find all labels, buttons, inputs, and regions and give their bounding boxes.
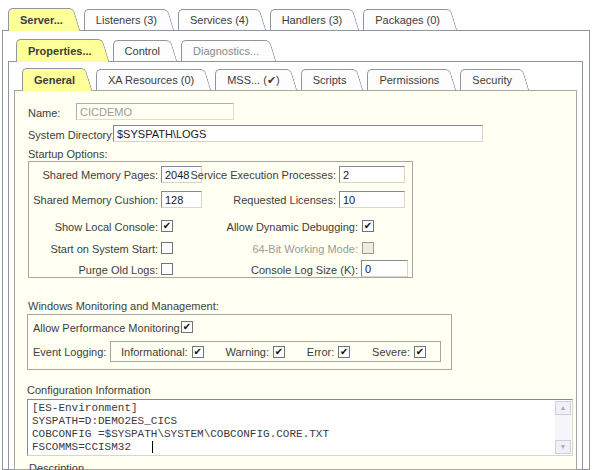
requested-licenses-field[interactable] bbox=[339, 191, 405, 208]
purge-old-logs-checkbox[interactable] bbox=[161, 263, 173, 275]
tab-properties[interactable]: Properties... bbox=[16, 39, 98, 62]
tab-server[interactable]: Server... bbox=[8, 8, 69, 31]
tab-label: Security bbox=[472, 74, 512, 86]
requested-licenses-label: Requested Licenses: bbox=[186, 194, 336, 206]
server-properties-window: { "glyphs": { "check": "✔", "scroll_up_i… bbox=[0, 0, 600, 470]
description-label: Description bbox=[29, 462, 84, 470]
tab-listeners[interactable]: Listeners (3) bbox=[84, 9, 163, 30]
tab-mss[interactable]: MSS... (✔) bbox=[215, 69, 286, 90]
tab-security[interactable]: Security bbox=[460, 69, 518, 90]
general-tab-bar: General XA Resources (0) MSS... (✔) Scri… bbox=[22, 67, 533, 90]
event-logging-option: Severe: ✔ bbox=[372, 346, 426, 358]
tab-services[interactable]: Services (4) bbox=[178, 9, 255, 30]
top-tab-bar: Server... Listeners (3) Services (4) Han… bbox=[8, 7, 461, 30]
tab-label: Services (4) bbox=[190, 14, 249, 26]
tab-label: Permissions bbox=[379, 74, 439, 86]
tab-label: Control bbox=[125, 45, 160, 57]
scroll-up-icon[interactable]: ▲ bbox=[555, 401, 571, 415]
shared-memory-cushion-label: Shared Memory Cushion: bbox=[30, 194, 158, 206]
warning-checkbox[interactable]: ✔ bbox=[273, 346, 285, 358]
tab-label: Diagnostics... bbox=[193, 45, 259, 57]
allow-dynamic-debugging-checkbox[interactable]: ✔ bbox=[362, 220, 374, 232]
configuration-title: Configuration Information bbox=[27, 384, 151, 396]
event-logging-box: Informational: ✔ Warning: ✔ Error: ✔ Sev… bbox=[110, 341, 441, 362]
tab-general[interactable]: General bbox=[22, 68, 81, 91]
console-log-size-label: Console Log Size (K): bbox=[186, 264, 358, 276]
tab-label: Scripts bbox=[313, 74, 347, 86]
severe-label: Severe: bbox=[372, 346, 410, 358]
configuration-textarea[interactable]: [ES-Environment] SYSPATH=D:DEMO2ES_CICS … bbox=[27, 399, 573, 456]
text-caret bbox=[152, 441, 153, 453]
purge-old-logs-label: Purge Old Logs: bbox=[30, 264, 158, 276]
event-logging-option: Warning: ✔ bbox=[225, 346, 285, 358]
severe-checkbox[interactable]: ✔ bbox=[414, 346, 426, 358]
informational-checkbox[interactable]: ✔ bbox=[192, 346, 204, 358]
event-logging-option: Informational: ✔ bbox=[121, 346, 204, 358]
tab-label: Handlers (3) bbox=[282, 14, 343, 26]
tab-permissions[interactable]: Permissions bbox=[367, 69, 445, 90]
vertical-scrollbar[interactable]: ▲ ▼ bbox=[555, 401, 571, 454]
tab-label: MSS... (✔) bbox=[227, 74, 280, 86]
event-logging-option: Error: ✔ bbox=[307, 346, 351, 358]
start-on-system-start-checkbox[interactable] bbox=[161, 242, 173, 254]
shared-memory-pages-label: Shared Memory Pages: bbox=[30, 169, 158, 181]
name-field[interactable] bbox=[76, 103, 234, 120]
tab-label: Listeners (3) bbox=[96, 14, 157, 26]
show-local-console-label: Show Local Console: bbox=[30, 221, 158, 233]
monitoring-title: Windows Monitoring and Management: bbox=[28, 300, 219, 312]
service-execution-processes-field[interactable] bbox=[339, 166, 405, 183]
system-directory-label: System Directory: bbox=[28, 129, 115, 141]
startup-options-title: Startup Options: bbox=[28, 148, 108, 160]
properties-tab-bar: Properties... Control Diagnostics... bbox=[16, 38, 280, 61]
tab-packages[interactable]: Packages (0) bbox=[363, 9, 446, 30]
system-directory-field[interactable] bbox=[113, 125, 483, 142]
64bit-working-mode-label: 64-Bit Working Mode: bbox=[186, 243, 358, 255]
tab-xa-resources[interactable]: XA Resources (0) bbox=[96, 69, 200, 90]
configuration-text: [ES-Environment] SYSPATH=D:DEMO2ES_CICS … bbox=[32, 402, 329, 454]
tab-label: General bbox=[34, 74, 75, 86]
allow-performance-monitoring-checkbox[interactable]: ✔ bbox=[181, 321, 193, 333]
allow-performance-monitoring-label: Allow Performance Monitoring: bbox=[33, 322, 183, 334]
tab-label: Packages (0) bbox=[375, 14, 440, 26]
tab-scripts[interactable]: Scripts bbox=[301, 69, 353, 90]
tab-handlers[interactable]: Handlers (3) bbox=[270, 9, 349, 30]
informational-label: Informational: bbox=[121, 346, 188, 358]
name-label: Name: bbox=[28, 107, 60, 119]
error-label: Error: bbox=[307, 346, 335, 358]
tab-diagnostics[interactable]: Diagnostics... bbox=[181, 40, 265, 61]
error-checkbox[interactable]: ✔ bbox=[338, 346, 350, 358]
console-log-size-field[interactable] bbox=[361, 260, 408, 277]
event-logging-label: Event Logging: bbox=[33, 346, 106, 358]
show-local-console-checkbox[interactable]: ✔ bbox=[161, 220, 173, 232]
allow-dynamic-debugging-label: Allow Dynamic Debugging: bbox=[186, 221, 358, 233]
service-execution-processes-label: Service Execution Processes: bbox=[186, 169, 336, 181]
tab-label: XA Resources (0) bbox=[108, 74, 194, 86]
64bit-working-mode-checkbox bbox=[362, 242, 374, 254]
tab-label: Server... bbox=[20, 14, 63, 26]
warning-label: Warning: bbox=[225, 346, 269, 358]
tab-control[interactable]: Control bbox=[113, 40, 166, 61]
tab-label: Properties... bbox=[28, 45, 92, 57]
scroll-down-icon[interactable]: ▼ bbox=[555, 440, 571, 454]
start-on-system-start-label: Start on System Start: bbox=[30, 243, 158, 255]
